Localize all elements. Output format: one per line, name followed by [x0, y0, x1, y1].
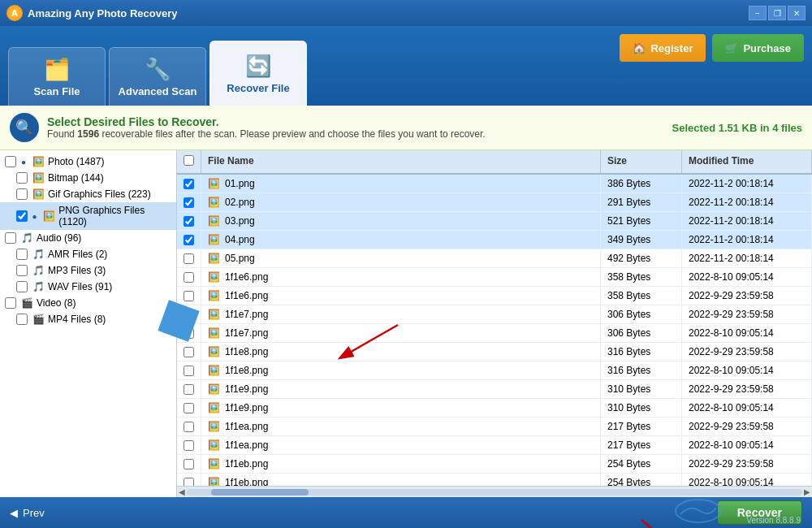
- row-checkbox[interactable]: [184, 440, 194, 451]
- row-size: 310 Bytes: [601, 380, 682, 398]
- row-checkbox[interactable]: [184, 478, 194, 487]
- row-filename: 🖼️1f1e8.png: [201, 361, 601, 379]
- row-checkbox[interactable]: [184, 459, 194, 470]
- tab-scan-file[interactable]: 🗂️ Scan File: [8, 47, 106, 106]
- row-checkbox[interactable]: [184, 216, 194, 227]
- table-row[interactable]: 🖼️04.png349 Bytes2022-11-2 00:18:14: [177, 231, 812, 249]
- register-button[interactable]: 🏠 Register: [620, 34, 706, 62]
- row-modified-time: 2022-9-29 23:59:58: [682, 380, 812, 398]
- mp4-icon: 🎬: [32, 314, 45, 325]
- table-row[interactable]: 🖼️1f1ea.png217 Bytes2022-9-29 23:59:58: [177, 418, 812, 436]
- register-label: Register: [650, 42, 693, 54]
- row-checkbox[interactable]: [184, 197, 194, 208]
- header-modified-time: Modified Time: [682, 150, 812, 173]
- bitmap-icon: 🖼️: [32, 172, 45, 184]
- table-row[interactable]: 🖼️1f1e7.png306 Bytes2022-8-10 09:05:14: [177, 324, 812, 343]
- table-row[interactable]: 🖼️1f1eb.png254 Bytes2022-8-10 09:05:14: [177, 474, 812, 486]
- amr-checkbox[interactable]: [16, 249, 28, 260]
- row-filename: 🖼️1f1e9.png: [201, 380, 601, 398]
- table-row[interactable]: 🖼️02.png291 Bytes2022-11-2 00:18:14: [177, 193, 812, 212]
- table-row[interactable]: 🖼️01.png386 Bytes2022-11-2 00:18:14: [177, 175, 812, 193]
- table-row[interactable]: 🖼️1f1e9.png310 Bytes2022-8-10 09:05:14: [177, 399, 812, 418]
- table-row[interactable]: 🖼️1f1e6.png358 Bytes2022-8-10 09:05:14: [177, 268, 812, 287]
- scroll-left-arrow[interactable]: ◀: [179, 487, 185, 496]
- scroll-track: [187, 489, 802, 496]
- tab-advanced-scan[interactable]: 🔧 Advanced Scan: [109, 47, 206, 106]
- mp3-label: MP3 Files (3): [48, 265, 106, 276]
- row-checkbox-cell: [177, 399, 201, 417]
- row-checkbox[interactable]: [184, 272, 194, 283]
- video-checkbox[interactable]: [5, 297, 16, 309]
- row-filename: 🖼️01.png: [201, 175, 601, 193]
- row-checkbox-cell: [177, 474, 201, 486]
- minimize-button[interactable]: −: [749, 6, 767, 20]
- row-checkbox[interactable]: [184, 422, 194, 432]
- tree-item-png[interactable]: ● 🖼️ PNG Graphics Files (1120): [0, 202, 176, 230]
- row-checkbox-cell: [177, 455, 201, 473]
- gif-checkbox[interactable]: [16, 188, 28, 200]
- row-checkbox[interactable]: [184, 366, 194, 376]
- tree-item-gif[interactable]: 🖼️ Gif Graphics Files (223): [0, 186, 176, 202]
- row-checkbox[interactable]: [184, 347, 194, 357]
- file-icon: 🖼️: [208, 290, 220, 301]
- row-checkbox[interactable]: [184, 179, 194, 189]
- table-row[interactable]: 🖼️1f1e7.png306 Bytes2022-9-29 23:59:58: [177, 305, 812, 324]
- scroll-thumb[interactable]: [211, 489, 309, 496]
- row-checkbox[interactable]: [184, 384, 194, 395]
- row-checkbox[interactable]: [184, 403, 194, 413]
- row-filename: 🖼️1f1e6.png: [201, 268, 601, 286]
- filename-text: 03.png: [225, 215, 255, 227]
- restore-button[interactable]: ❐: [768, 6, 786, 20]
- photo-checkbox[interactable]: [5, 156, 16, 167]
- recover-file-icon: 🔄: [245, 54, 271, 79]
- photo-icon: 🖼️: [32, 156, 45, 167]
- tree-item-bitmap[interactable]: 🖼️ Bitmap (144): [0, 170, 176, 186]
- table-row[interactable]: 🖼️1f1e8.png316 Bytes2022-9-29 23:59:58: [177, 343, 812, 361]
- table-row[interactable]: 🖼️1f1e9.png310 Bytes2022-9-29 23:59:58: [177, 380, 812, 399]
- close-button[interactable]: ✕: [788, 6, 806, 20]
- table-row[interactable]: 🖼️1f1e8.png316 Bytes2022-8-10 09:05:14: [177, 361, 812, 380]
- tab-recover-file[interactable]: 🔄 Recover File: [209, 41, 307, 106]
- row-checkbox-cell: [177, 287, 201, 305]
- select-all-checkbox[interactable]: [184, 155, 194, 166]
- tree-item-wav[interactable]: 🎵 WAV Files (91): [0, 279, 176, 295]
- tree-item-audio[interactable]: 🎵 Audio (96): [0, 230, 176, 246]
- table-row[interactable]: 🖼️03.png521 Bytes2022-11-2 00:18:14: [177, 212, 812, 231]
- prev-button[interactable]: ◀ Prev: [10, 507, 45, 519]
- wav-checkbox[interactable]: [16, 281, 28, 292]
- row-checkbox[interactable]: [184, 235, 194, 245]
- amr-icon: 🎵: [32, 249, 45, 260]
- tree-item-video[interactable]: 🎬 Video (8): [0, 295, 176, 311]
- scroll-right-arrow[interactable]: ▶: [804, 487, 810, 496]
- table-row[interactable]: 🖼️1f1eb.png254 Bytes2022-9-29 23:59:58: [177, 455, 812, 474]
- filename-text: 1f1e8.png: [225, 346, 268, 357]
- tree-item-amr[interactable]: 🎵 AMR Files (2): [0, 246, 176, 262]
- horizontal-scrollbar[interactable]: ◀ ▶: [177, 486, 812, 497]
- filename-text: 1f1ea.png: [225, 421, 268, 432]
- main-content: ● 🖼️ Photo (1487) 🖼️ Bitmap (144) 🖼️ Gif…: [0, 150, 812, 497]
- file-icon: 🖼️: [208, 253, 220, 264]
- table-row[interactable]: 🖼️1f1e6.png358 Bytes2022-9-29 23:59:58: [177, 287, 812, 305]
- filename-text: 1f1e9.png: [225, 383, 268, 395]
- tree-item-mp4[interactable]: 🎬 MP4 Files (8): [0, 311, 176, 327]
- mp3-checkbox[interactable]: [16, 265, 28, 276]
- row-size: 306 Bytes: [601, 305, 682, 323]
- table-row[interactable]: 🖼️05.png492 Bytes2022-11-2 00:18:14: [177, 249, 812, 268]
- purchase-button[interactable]: 🛒 Purchase: [712, 34, 804, 62]
- row-checkbox[interactable]: [184, 291, 194, 301]
- audio-checkbox[interactable]: [5, 232, 16, 244]
- png-checkbox[interactable]: [16, 210, 28, 222]
- filename-text: 1f1e6.png: [225, 271, 268, 283]
- file-count: 1596: [77, 128, 99, 140]
- row-checkbox[interactable]: [184, 253, 194, 264]
- png-icon: 🖼️: [43, 210, 55, 222]
- tree-item-photo[interactable]: ● 🖼️ Photo (1487): [0, 154, 176, 170]
- bitmap-checkbox[interactable]: [16, 172, 28, 184]
- app-title-area: A Amazing Any Photo Recovery: [6, 5, 177, 21]
- gif-icon: 🖼️: [32, 188, 45, 200]
- audio-label: Audio (96): [37, 232, 81, 244]
- table-row[interactable]: 🖼️1f1ea.png217 Bytes2022-8-10 09:05:14: [177, 436, 812, 455]
- bullet-png: ●: [32, 212, 41, 221]
- mp4-checkbox[interactable]: [16, 314, 28, 325]
- tree-item-mp3[interactable]: 🎵 MP3 Files (3): [0, 262, 176, 279]
